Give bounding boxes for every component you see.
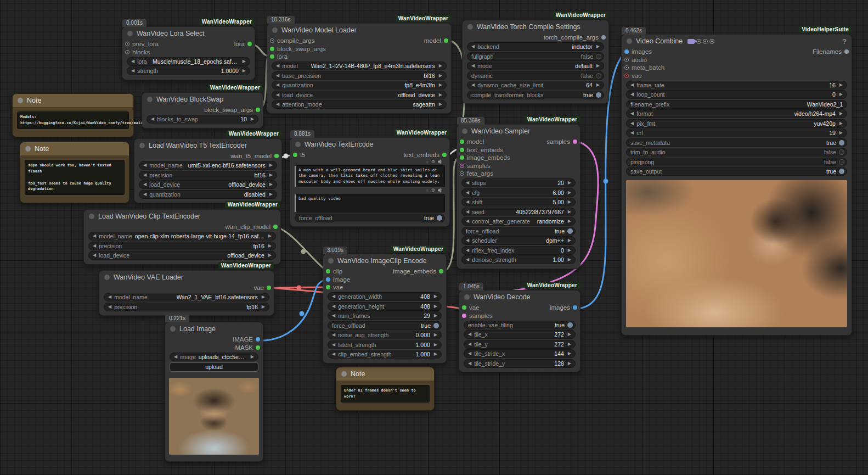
textencode-node[interactable]: 8.881sWanVideoWrapperWanVideo TextEncode…: [290, 137, 450, 227]
decrement-arrow-icon[interactable]: ◀: [332, 343, 335, 347]
increment-arrow-icon[interactable]: ▶: [568, 258, 571, 262]
increment-arrow-icon[interactable]: ▶: [434, 314, 437, 318]
decrement-arrow-icon[interactable]: ◀: [108, 305, 111, 309]
slot-dot[interactable]: [256, 337, 260, 342]
collapse-dot-icon[interactable]: [89, 214, 94, 219]
increment-arrow-icon[interactable]: ▶: [839, 111, 843, 116]
output-slot-text_embeds[interactable]: text_embeds: [403, 152, 447, 158]
decrement-arrow-icon[interactable]: ◀: [471, 64, 475, 68]
mode-widget[interactable]: ◀modedefault▶: [467, 62, 604, 70]
input-slot-text_embeds[interactable]: text_embeds: [460, 147, 503, 153]
video-combine-node[interactable]: 0.462sVideoHelperSuiteVideo Combine?imag…: [621, 34, 852, 336]
num_frames-widget[interactable]: ◀num_frames29▶: [328, 311, 442, 320]
force_offload-widget[interactable]: force_offloadtrue: [461, 227, 576, 236]
slot-dot[interactable]: [256, 108, 260, 112]
note-text[interactable]: Under 81 frames doesn't seem to work?: [341, 385, 430, 403]
increment-arrow-icon[interactable]: ▶: [269, 173, 273, 177]
collapse-dot-icon[interactable]: [25, 146, 31, 152]
input-slot-vae[interactable]: vae: [624, 72, 642, 79]
slot-dot[interactable]: [844, 49, 849, 54]
increment-arrow-icon[interactable]: ▶: [269, 192, 273, 197]
input-slot-t5[interactable]: t5: [293, 152, 306, 158]
save_metadata-widget[interactable]: save_metadatatrue: [626, 138, 847, 147]
toggle-knob-icon[interactable]: [433, 323, 439, 328]
increment-arrow-icon[interactable]: ▶: [439, 83, 442, 87]
latent_strength-widget[interactable]: ◀latent_strength1.000▶: [328, 340, 442, 349]
generation_width-widget[interactable]: ◀generation_width408▶: [328, 292, 442, 301]
input-slot-samples[interactable]: samples: [462, 312, 493, 319]
increment-arrow-icon[interactable]: ▶: [439, 93, 442, 97]
toggle-knob-icon[interactable]: [596, 92, 601, 98]
output-slot-IMAGE[interactable]: IMAGE: [233, 336, 260, 343]
output-slot-model[interactable]: model: [424, 37, 448, 44]
tile_stride_y-widget[interactable]: ◀tile_stride_y128▶: [464, 359, 576, 368]
toggle-knob-icon[interactable]: [437, 215, 442, 221]
increment-arrow-icon[interactable]: ▶: [596, 83, 600, 87]
output-slot-samples[interactable]: samples: [546, 138, 577, 145]
note-frames-node[interactable]: NoteUnder 81 frames doesn't seem to work…: [336, 367, 435, 411]
load_device-widget[interactable]: ◀load_deviceoffload_device▶: [88, 251, 276, 260]
increment-arrow-icon[interactable]: ▶: [434, 304, 437, 309]
negative-prompt-textarea[interactable]: bad quality video: [295, 194, 445, 213]
video-preview[interactable]: [626, 180, 847, 327]
increment-arrow-icon[interactable]: ▶: [568, 238, 571, 243]
blocks_to_swap-widget[interactable]: ◀blocks_to_swap10▶: [146, 115, 258, 124]
decrement-arrow-icon[interactable]: ◀: [466, 200, 469, 204]
clip_embed_strength-widget[interactable]: ◀clip_embed_strength1.000▶: [328, 350, 442, 359]
model_name-widget[interactable]: ◀model_nameopen-clip-xlm-roberta-large-v…: [88, 232, 276, 241]
decrement-arrow-icon[interactable]: ◀: [276, 74, 279, 78]
node-title-bar[interactable]: WanVideo Lora Select: [122, 27, 255, 40]
collapse-dot-icon[interactable]: [464, 294, 470, 300]
toggle-knob-icon[interactable]: [839, 169, 844, 174]
torch-compile-node[interactable]: WanVideoWrapperWanVideo Torch Compile Se…: [462, 20, 609, 104]
input-slot-meta_batch[interactable]: meta_batch: [624, 64, 664, 71]
input-slot-block_swap_args[interactable]: block_swap_args: [270, 46, 326, 52]
load-image-node[interactable]: 0.221sLoad ImageIMAGEMASK◀imageuploads_c…: [165, 322, 263, 462]
precision-widget[interactable]: ◀precisionfp16▶: [88, 242, 276, 250]
slot-dot[interactable]: [256, 345, 260, 350]
input-slot-vae[interactable]: vae: [462, 304, 480, 311]
input-slot-prev_lora[interactable]: prev_lora: [125, 41, 159, 47]
node-title-bar[interactable]: Load WanVideo T5 TextEncoder: [134, 139, 281, 152]
increment-arrow-icon[interactable]: ▶: [243, 59, 246, 64]
collapse-dot-icon[interactable]: [341, 371, 347, 377]
pingpong-widget[interactable]: pingpongfalse: [626, 158, 847, 166]
model-loader-node[interactable]: 10.316sWanVideoWrapperWanVideo Model Loa…: [267, 23, 452, 114]
lora-widget[interactable]: ◀loraMuscle\muscle_18_epochs.safetensors…: [127, 57, 250, 66]
model_name-widget[interactable]: ◀model_nameumt5-xxl-enc-bf16.safetensors…: [139, 161, 277, 170]
toggle-knob-icon[interactable]: [567, 228, 573, 234]
link-midpoint-dot[interactable]: [300, 311, 305, 316]
node-title-bar[interactable]: WanVideo BlockSwap: [142, 93, 263, 106]
load_device-widget[interactable]: ◀load_deviceoffload_device▶: [272, 91, 447, 99]
collapse-dot-icon[interactable]: [147, 97, 153, 102]
collapse-dot-icon[interactable]: [104, 275, 110, 280]
upload-button[interactable]: upload: [170, 362, 258, 372]
note-text[interactable]: sdpa should work too, haven't tested fla…: [25, 160, 125, 195]
slot-dot[interactable]: [462, 305, 466, 310]
decrement-arrow-icon[interactable]: ◀: [108, 295, 111, 299]
increment-arrow-icon[interactable]: ▶: [268, 244, 272, 248]
slot-dot[interactable]: [573, 305, 577, 310]
output-slot-torch_compile_args[interactable]: torch_compile_args: [544, 34, 606, 41]
increment-arrow-icon[interactable]: ▶: [568, 191, 571, 195]
decrement-arrow-icon[interactable]: ◀: [332, 314, 335, 318]
clip-encoder-node[interactable]: WanVideoWrapperLoad WanVideo Clip TextEn…: [83, 209, 281, 265]
increment-arrow-icon[interactable]: ▶: [568, 248, 571, 253]
decrement-arrow-icon[interactable]: ◀: [276, 83, 279, 87]
slot-dot[interactable]: [247, 42, 252, 46]
slot-dot[interactable]: [460, 164, 464, 168]
slot-dot[interactable]: [267, 286, 271, 290]
node-title-bar[interactable]: WanVideo VAE Loader: [99, 271, 274, 284]
increment-arrow-icon[interactable]: ▶: [568, 200, 571, 204]
increment-arrow-icon[interactable]: ▶: [439, 74, 442, 78]
steps-widget[interactable]: ◀steps20▶: [461, 178, 576, 187]
decrement-arrow-icon[interactable]: ◀: [93, 253, 96, 258]
decrement-arrow-icon[interactable]: ◀: [630, 83, 634, 87]
decrement-arrow-icon[interactable]: ◀: [131, 59, 134, 64]
collapse-dot-icon[interactable]: [295, 142, 301, 147]
decrement-arrow-icon[interactable]: ◀: [143, 192, 146, 197]
image-widget[interactable]: ◀imageuploads_cfcc5ea7-f51...▶: [170, 353, 258, 361]
attention_mode-widget[interactable]: ◀attention_modesageattn▶: [272, 100, 447, 109]
imageclip-encode-node[interactable]: 3.019sWanVideoWrapperWanVideo ImageClip …: [323, 254, 447, 364]
decrement-arrow-icon[interactable]: ◀: [468, 351, 471, 356]
